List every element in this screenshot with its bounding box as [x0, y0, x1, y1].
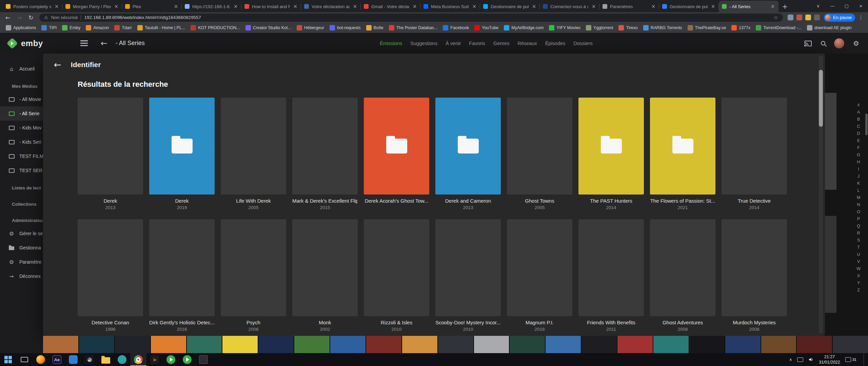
taskbar-app[interactable]	[65, 353, 81, 366]
search-result-card[interactable]: Friends With Benefits 2011	[578, 219, 644, 332]
bookmark-item[interactable]: Boîte	[364, 25, 386, 30]
result-poster[interactable]	[78, 98, 143, 195]
taskbar-app[interactable]	[114, 353, 130, 366]
search-result-card[interactable]: Magnum P.I. 2018	[507, 219, 572, 332]
sidebar-item[interactable]: Collections	[0, 198, 43, 210]
browser-tab[interactable]: Gmail - Votre déclar...	[361, 1, 420, 12]
alpha-picker-letter[interactable]: H	[857, 159, 860, 166]
taskbar-app[interactable]	[163, 353, 179, 366]
search-result-card[interactable]: Murdoch Mysteries 2008	[722, 219, 787, 332]
search-result-card[interactable]: Derek 2013	[78, 98, 143, 210]
bookmark-item[interactable]: ThePirateBay.se	[685, 25, 728, 30]
tab-search-icon[interactable]: ∨	[811, 0, 825, 12]
url-text[interactable]: 192.168.1.89:8096/web/index.html#!/#dlg1…	[84, 15, 770, 20]
menu-icon[interactable]	[80, 40, 88, 46]
bookmark-item[interactable]: TorrentDownload -...	[753, 25, 804, 30]
search-result-card[interactable]: Derek Acorah's Ghost Tow...	[364, 98, 429, 210]
bookmark-item[interactable]: bot-requests	[327, 25, 363, 30]
alpha-picker-letter[interactable]: U	[857, 251, 860, 258]
alpha-picker-letter[interactable]: N	[857, 201, 860, 208]
result-poster[interactable]	[435, 219, 501, 316]
bookmark-item[interactable]: YIFY Movies	[547, 25, 583, 30]
reload-button[interactable]: ↻	[26, 14, 36, 21]
alpha-picker-letter[interactable]: D	[857, 130, 860, 137]
bookmark-item[interactable]: Tautulli - Home | PL...	[135, 25, 188, 30]
extension-icon[interactable]	[814, 15, 820, 20]
result-poster[interactable]	[650, 98, 715, 195]
bookmark-item[interactable]: Facebook	[440, 25, 471, 30]
maximize-button[interactable]: ▢	[840, 0, 854, 12]
sidebar-item[interactable]: TEST FILM	[0, 149, 43, 163]
user-avatar[interactable]	[834, 38, 844, 48]
search-result-card[interactable]: Ghost Adventures 2008	[650, 219, 715, 332]
result-poster[interactable]	[722, 219, 787, 316]
sidebar-item[interactable]: TEST SER	[0, 163, 43, 178]
extension-icon[interactable]	[796, 15, 802, 20]
alpha-picker-letter[interactable]: O	[857, 208, 860, 216]
emby-nav-tab[interactable]: Genres	[493, 41, 510, 46]
extension-icon[interactable]	[788, 15, 793, 20]
sidebar-item[interactable]: Déconnex	[0, 269, 43, 283]
tab-close-icon[interactable]	[233, 3, 238, 9]
browser-tab[interactable]: Paramètres	[599, 1, 659, 12]
cast-icon[interactable]	[804, 40, 812, 47]
sidebar-item[interactable]: Administrateu	[0, 214, 43, 226]
emby-nav-tab[interactable]: Favoris	[469, 41, 485, 46]
emby-back-icon[interactable]: ←	[101, 39, 107, 48]
search-result-card[interactable]: Derek and Cameron 2013	[435, 98, 501, 210]
bookmark-item[interactable]: Hébergeur	[294, 25, 327, 30]
volume-icon[interactable]	[808, 357, 814, 362]
alpha-picker-letter[interactable]: C	[857, 123, 860, 130]
browser-tab[interactable]: Meta Business Suite	[420, 1, 480, 12]
taskbar-app[interactable]: >	[146, 353, 163, 366]
browser-tab[interactable]: How to Install and R...	[241, 1, 301, 12]
tab-close-icon[interactable]	[352, 3, 358, 9]
browser-tab[interactable]: Votre déclaration ac...	[301, 1, 361, 12]
result-poster[interactable]	[364, 98, 429, 195]
tab-close-icon[interactable]	[54, 3, 59, 9]
alpha-picker-letter[interactable]: B	[857, 116, 860, 123]
result-poster[interactable]	[435, 98, 501, 195]
emby-nav-tab[interactable]: Suggestions	[410, 41, 437, 46]
sidebar-item[interactable]: Gérer le se	[0, 226, 43, 241]
back-button[interactable]: ←	[3, 14, 13, 21]
result-poster[interactable]	[292, 219, 358, 316]
alpha-picker-letter[interactable]: G	[857, 151, 860, 159]
search-result-card[interactable]: Scooby-Doo! Mystery Incor... 2010	[435, 219, 501, 332]
bookmark-item[interactable]: TIPI	[39, 25, 59, 30]
tab-close-icon[interactable]	[651, 3, 656, 9]
tab-close-icon[interactable]	[770, 3, 775, 9]
result-poster[interactable]	[78, 219, 143, 316]
result-poster[interactable]	[149, 219, 215, 316]
search-result-card[interactable]: Rizzoli & Isles 2010	[364, 219, 429, 332]
tab-close-icon[interactable]	[412, 3, 417, 9]
browser-tab[interactable]: Morgan Parry / Plex	[62, 1, 122, 12]
bookmark-star-icon[interactable]: ☆	[774, 15, 778, 21]
search-icon[interactable]	[821, 41, 825, 45]
bookmark-item[interactable]: The Poster Databas...	[387, 25, 440, 30]
alpha-picker-letter[interactable]: Q	[857, 223, 860, 230]
taskbar-app[interactable]	[195, 353, 212, 366]
action-center[interactable]: 31	[845, 357, 856, 362]
result-poster[interactable]	[507, 219, 572, 316]
result-poster[interactable]	[578, 98, 644, 195]
start-button[interactable]	[0, 353, 16, 366]
alpha-picker-letter[interactable]: J	[857, 173, 860, 180]
tab-close-icon[interactable]	[531, 3, 537, 9]
taskbar-app[interactable]	[81, 353, 98, 366]
bookmark-item[interactable]: Tdarr	[112, 25, 134, 30]
emby-nav-tab[interactable]: Réseaux	[517, 41, 537, 46]
bookmark-item[interactable]: Emby	[60, 25, 83, 30]
bookmark-item[interactable]: MyAirBridge.com	[501, 25, 546, 30]
alpha-picker-letter[interactable]: Y	[857, 280, 860, 287]
browser-tab[interactable]: Connectez-vous à vo...	[540, 1, 599, 12]
tab-close-icon[interactable]	[293, 3, 298, 9]
taskbar-app[interactable]	[98, 353, 114, 366]
emby-nav-tab[interactable]: Dossiers	[573, 41, 592, 46]
show-desktop-button[interactable]	[864, 353, 866, 366]
emby-nav-tab[interactable]: Émissions	[380, 41, 402, 46]
taskbar-app[interactable]: Ae	[49, 353, 65, 366]
search-result-card[interactable]: Monk 2002	[292, 219, 358, 332]
result-poster[interactable]	[578, 219, 644, 316]
address-bar[interactable]: ⚠ Non sécurisé 192.168.1.89:8096/web/ind…	[39, 14, 783, 22]
